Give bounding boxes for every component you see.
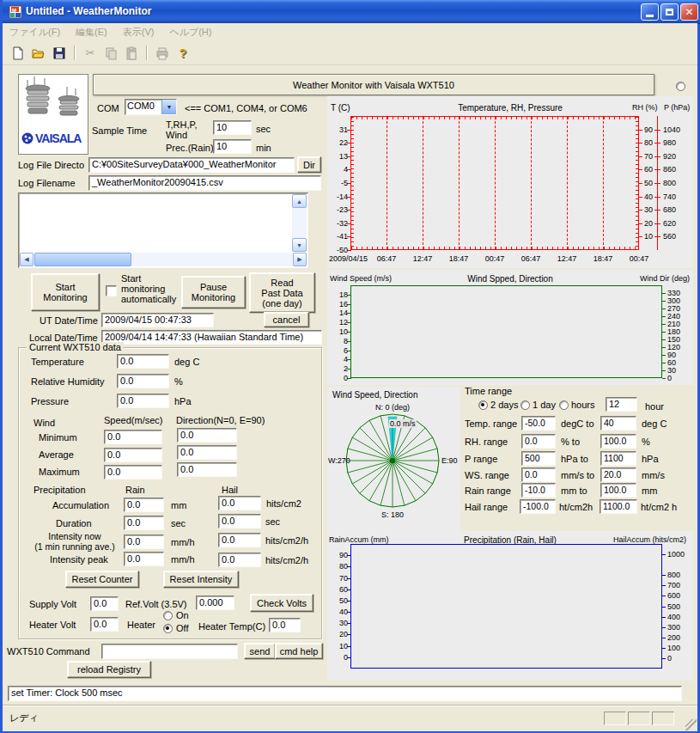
menu-file[interactable]: ファイル(F) [9,26,60,39]
toolbar: ✂ ? [3,41,697,65]
dir-button[interactable]: Dir [297,156,321,173]
p-range-to-field[interactable]: 1100 [600,451,636,466]
status-message-field[interactable]: set Timer: Clock 500 msec [8,686,682,701]
reset-intensity-button[interactable]: Reset Intensity [163,571,239,588]
ut-datetime-field[interactable]: 2009/04/15 00:47:33 [101,313,214,327]
hail-intensity-now-field[interactable]: 0.0 [218,533,261,547]
tick-label: 8 [324,337,348,345]
cancel-button[interactable]: cancel [264,312,309,327]
time-range-option-0-radio[interactable] [478,400,488,410]
rain-duration-field[interactable]: 0.0 [124,516,164,530]
hail-intensity-peak-field[interactable]: 0.0 [218,553,261,567]
help-icon[interactable]: ? [174,45,192,62]
ref-volt-field[interactable]: 0.000 [196,596,234,610]
horizontal-scroll-thumb[interactable] [34,253,131,266]
save-icon[interactable] [51,45,68,62]
heater-temp-field[interactable]: 0.0 [269,618,301,632]
tick-mark [654,183,660,184]
tick-label: 700 [667,581,693,589]
rain-range-from-field[interactable]: -10.0 [521,483,556,498]
ws-range-to-field[interactable]: 20.0 [600,467,636,482]
rh-range-label: RH. range [465,437,508,447]
time-range-option-1-radio[interactable] [520,400,530,410]
scroll-left-button[interactable]: ◀ [20,253,33,266]
wind-avg-dir-field[interactable]: 0.0 [177,445,237,460]
reset-counter-button[interactable]: Reset Counter [65,571,139,588]
send-button[interactable]: send [244,643,276,659]
log-dir-field[interactable]: C:¥00SiteSurveyData¥000_WeatherMonitor [88,157,295,173]
combo-dropdown-button[interactable]: ▼ [161,100,176,114]
hail-range-from-field[interactable]: -100.0 [520,499,556,514]
menu-help[interactable]: ヘルプ(H) [169,26,211,39]
scroll-up-button[interactable]: ▲ [292,194,307,208]
hail-accum-field[interactable]: 0.0 [218,496,261,510]
hail-duration-field[interactable]: 0.0 [218,514,261,528]
copy-icon[interactable] [102,45,119,62]
wind-min-speed-field[interactable]: 0.0 [104,430,162,444]
wind-max-speed-field[interactable]: 0.0 [104,465,162,480]
pause-monitoring-button[interactable]: Pause Monitoring [181,276,246,308]
rain-intensity-now-field[interactable]: 0.0 [124,534,164,549]
scroll-down-button[interactable]: ▼ [292,238,307,252]
ws-range-from-field[interactable]: 0.0 [521,467,556,482]
wind-max-dir-field[interactable]: 0.0 [177,462,237,477]
arrow-up-icon: ▲ [296,199,302,205]
temp-range-to-field[interactable]: 40 [600,416,636,431]
ws-range-label: WS. range [465,470,509,480]
trhp-sample-field[interactable]: 10 [213,120,252,135]
temp-range-label: Temp. range [465,418,517,429]
rh-range-from-field[interactable]: 0.0 [521,434,556,449]
maximize-icon [666,9,673,15]
tick-label: 22 [324,138,348,147]
maximize-button[interactable] [660,3,679,21]
heater-on-radio[interactable] [163,611,173,620]
auto-start-checkbox[interactable] [106,285,117,296]
check-volts-button[interactable]: Check Volts [250,594,313,612]
supply-volt-field[interactable]: 0.0 [90,596,119,611]
rain-intensity-peak-field[interactable]: 0.0 [124,552,164,566]
time-range-option-2-radio[interactable] [559,400,569,410]
open-folder-icon[interactable] [30,45,47,62]
local-datetime-field[interactable]: 2009/04/14 14:47:33 (Hawaiian Standard T… [101,330,322,345]
minimize-button[interactable] [641,3,659,21]
tick-mark [639,183,642,184]
wind-min-dir-field[interactable]: 0.0 [177,428,237,443]
rain-accum-field[interactable]: 0.0 [124,498,164,512]
wind-label: Wind [33,418,55,428]
close-button[interactable]: ✕ [680,3,698,21]
hail-range-to-field[interactable]: 1100.0 [600,499,637,514]
start-monitoring-button[interactable]: Start Monitoring [31,273,100,311]
heater-volt-field[interactable]: 0.0 [90,617,119,632]
pressure-field[interactable]: 0.0 [117,394,169,408]
rain-range-to-field[interactable]: 100.0 [600,483,636,498]
cmd-help-button[interactable]: cmd help [275,643,323,659]
resize-grip[interactable] [685,719,697,730]
accumulation-label: Accumulation [52,500,109,510]
status-ready-text: レディ [9,712,39,723]
trhp-unit: sec [256,124,271,134]
cut-icon[interactable]: ✂ [82,45,99,62]
rh-range-to-field[interactable]: 100.0 [600,434,636,449]
p-range-from-field[interactable]: 500 [521,451,556,466]
precip-sample-field[interactable]: 10 [213,139,252,154]
reload-registry-button[interactable]: reload Registry [67,661,151,678]
command-field[interactable] [101,644,238,659]
ws-range-mid: mm/s to [561,470,594,480]
menu-edit[interactable]: 編集(E) [76,26,107,39]
temperature-field[interactable]: 0.0 [117,354,169,369]
time-range-hours-field[interactable]: 12 [606,397,637,412]
tick-label: 70 [324,574,348,583]
humidity-field[interactable]: 0.0 [117,374,169,388]
tick-label: 4 [324,165,348,174]
menu-view[interactable]: 表示(V) [123,26,155,39]
print-icon[interactable] [154,45,171,62]
read-past-data-button[interactable]: Read Past Data (one day) [249,272,315,313]
scroll-right-button[interactable]: ▶ [293,253,307,266]
temp-range-from-field[interactable]: -50.0 [521,416,556,431]
log-filename-field[interactable]: _WeatherMonitor20090415.csv [88,175,321,191]
paste-icon[interactable] [123,45,140,62]
com-select[interactable]: COM0 ▼ [125,99,177,115]
wind-avg-speed-field[interactable]: 0.0 [104,448,162,462]
new-document-icon[interactable] [9,45,27,62]
heater-off-radio[interactable] [163,624,173,633]
